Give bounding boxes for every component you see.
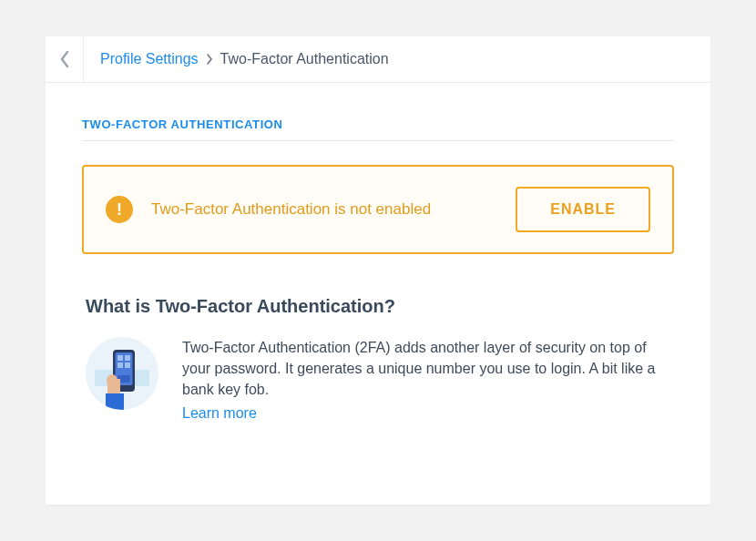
section-title: TWO-FACTOR AUTHENTICATION bbox=[82, 117, 674, 141]
breadcrumb-parent[interactable]: Profile Settings bbox=[100, 51, 199, 67]
info-block: What is Two-Factor Authentication? bbox=[82, 296, 674, 424]
info-body: Two-Factor Authentication (2FA) adds ano… bbox=[182, 340, 655, 397]
phone-2fa-illustration-icon bbox=[86, 337, 158, 410]
svg-rect-7 bbox=[125, 362, 130, 368]
content-area: TWO-FACTOR AUTHENTICATION ! Two-Factor A… bbox=[46, 83, 710, 505]
back-button[interactable] bbox=[46, 36, 84, 82]
svg-rect-9 bbox=[106, 393, 124, 410]
info-row: Two-Factor Authentication (2FA) adds ano… bbox=[86, 337, 670, 424]
breadcrumb: Profile Settings Two-Factor Authenticati… bbox=[84, 36, 405, 82]
learn-more-link[interactable]: Learn more bbox=[182, 403, 257, 424]
chevron-right-icon bbox=[206, 54, 213, 65]
alert-message: Two-Factor Authentication is not enabled bbox=[151, 200, 497, 219]
breadcrumb-current: Two-Factor Authentication bbox=[220, 51, 389, 67]
svg-rect-5 bbox=[125, 355, 130, 361]
alert-banner: ! Two-Factor Authentication is not enabl… bbox=[82, 165, 674, 254]
enable-button[interactable]: ENABLE bbox=[516, 187, 650, 232]
chevron-left-icon bbox=[58, 49, 71, 69]
warning-icon: ! bbox=[106, 196, 133, 223]
settings-card: Profile Settings Two-Factor Authenticati… bbox=[46, 36, 710, 505]
info-heading: What is Two-Factor Authentication? bbox=[86, 296, 670, 317]
info-text: Two-Factor Authentication (2FA) adds ano… bbox=[182, 337, 670, 424]
svg-rect-4 bbox=[117, 355, 123, 361]
svg-point-10 bbox=[107, 374, 117, 387]
header-row: Profile Settings Two-Factor Authenticati… bbox=[46, 36, 710, 83]
svg-rect-6 bbox=[117, 362, 123, 368]
